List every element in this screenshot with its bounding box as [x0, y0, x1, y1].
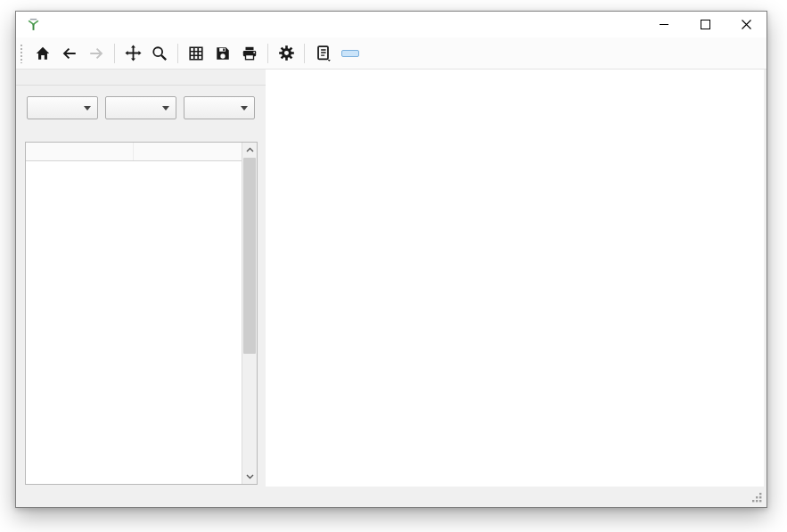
plot-toolbar: [16, 37, 767, 70]
desktop: [0, 0, 787, 532]
title-bar[interactable]: [16, 12, 767, 37]
scrollbar-thumb[interactable]: [243, 158, 256, 354]
toolbar-separator: [304, 44, 305, 63]
generate-script-icon[interactable]: [309, 41, 336, 66]
chevron-down-icon: [162, 106, 169, 110]
toolbar-separator: [177, 44, 178, 63]
fit-function-dock-title: [16, 70, 270, 86]
grid-icon[interactable]: [183, 41, 209, 66]
fit-browser-menu-row: [16, 94, 266, 118]
fit-property-table: [25, 142, 258, 485]
mantid-logo-icon: [26, 17, 41, 32]
plot-panel: [266, 70, 764, 487]
toolbar-separator: [114, 44, 115, 63]
fit-toolbar-button[interactable]: [341, 50, 359, 57]
resize-grip-icon[interactable]: [751, 492, 763, 503]
save-icon[interactable]: [209, 41, 236, 66]
home-icon[interactable]: [29, 41, 56, 66]
forward-icon[interactable]: [83, 41, 110, 66]
maximize-button[interactable]: [685, 12, 726, 37]
chevron-down-icon: [84, 106, 91, 110]
print-icon[interactable]: [236, 41, 263, 66]
minimize-button[interactable]: [644, 12, 685, 37]
fit-menu-button[interactable]: [27, 96, 98, 119]
table-scrollbar[interactable]: [242, 143, 257, 484]
scroll-up-icon[interactable]: [242, 143, 257, 157]
setup-menu-button[interactable]: [184, 96, 255, 119]
plot-canvas[interactable]: [266, 70, 764, 487]
pan-icon[interactable]: [119, 41, 146, 66]
chevron-down-icon: [241, 106, 248, 110]
status-bar: [16, 487, 767, 507]
zoom-to-rect-icon[interactable]: [146, 41, 173, 66]
table-header: [26, 143, 257, 161]
customize-icon[interactable]: [273, 41, 299, 66]
fit-property-window: [15, 11, 767, 508]
display-menu-button[interactable]: [105, 96, 176, 119]
close-button[interactable]: [726, 12, 767, 37]
toolbar-separator: [267, 44, 268, 63]
toolbar-drag-handle[interactable]: [20, 44, 24, 63]
back-icon[interactable]: [56, 41, 83, 66]
column-divider[interactable]: [133, 143, 134, 160]
scroll-down-icon[interactable]: [242, 470, 257, 484]
